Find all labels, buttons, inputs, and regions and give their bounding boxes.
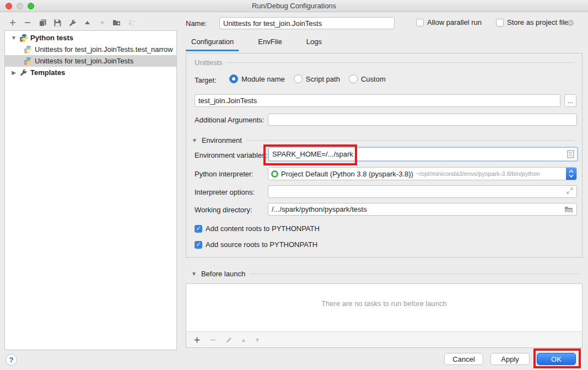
tree-item-python-tests[interactable]: ▼ Python tests	[5, 32, 176, 44]
configurations-toolbar: az	[8, 18, 136, 27]
additional-arguments-input[interactable]	[268, 114, 577, 126]
before-launch-section-header[interactable]: ▼ Before launch	[191, 270, 580, 278]
tab-configuration[interactable]: Configuration	[191, 37, 234, 46]
browse-ellipsis-label: ...	[568, 97, 573, 105]
python-test-icon	[24, 57, 33, 66]
chevron-down-icon[interactable]: ▼	[192, 137, 197, 143]
radio-selected-icon[interactable]	[229, 74, 238, 83]
configuration-tabs: Configuration EnvFile Logs	[191, 37, 322, 46]
move-down-icon	[98, 18, 106, 27]
radio-custom-label: Custom	[361, 75, 386, 83]
radio-custom[interactable]: Custom	[349, 74, 386, 83]
zoom-window-button[interactable]	[28, 3, 34, 9]
section-divider	[227, 62, 575, 63]
add-source-roots-checkbox[interactable]: ✓ Add source roots to PYTHONPATH	[195, 240, 317, 249]
combo-stepper-icon[interactable]	[566, 167, 576, 180]
move-up-icon[interactable]	[83, 18, 91, 27]
sort-configurations-icon: az	[127, 18, 136, 27]
checkbox-checked-icon[interactable]: ✓	[195, 225, 202, 233]
interpreter-options-field	[268, 185, 577, 198]
add-content-roots-label: Add content roots to PYTHONPATH	[206, 224, 320, 233]
close-window-button[interactable]	[6, 3, 12, 9]
python-interpreter-select[interactable]: Project Default (Python 3.8 (pyspark-3.8…	[268, 167, 577, 180]
svg-text:a: a	[132, 19, 134, 23]
cancel-button-label: Cancel	[452, 355, 474, 363]
tree-item-templates[interactable]: ▶ Templates	[5, 67, 176, 78]
working-directory-input[interactable]	[268, 203, 564, 215]
name-label: Name:	[186, 19, 207, 28]
name-input[interactable]	[219, 17, 395, 29]
python-interpreter-value: Project Default (Python 3.8 (pyspark-3.8…	[281, 170, 413, 178]
unittests-section-header: Unittests	[195, 58, 575, 67]
tab-envfile[interactable]: EnvFile	[258, 37, 282, 46]
environment-variables-input[interactable]	[269, 148, 567, 160]
interpreter-options-input[interactable]	[268, 186, 567, 197]
python-interpreter-label: Python interpreter:	[195, 170, 253, 178]
environment-variables-field	[268, 147, 578, 162]
radio-module-name[interactable]: Module name	[229, 74, 285, 83]
checkbox-unchecked-icon[interactable]	[496, 19, 504, 26]
conda-environment-icon	[271, 170, 278, 178]
svg-text:z: z	[132, 23, 134, 26]
copy-configuration-icon[interactable]	[38, 18, 47, 27]
target-radio-group: Module name Script path Custom	[229, 74, 386, 83]
ok-button-label: OK	[551, 355, 562, 363]
checkbox-checked-icon[interactable]: ✓	[195, 241, 202, 249]
working-directory-field	[268, 203, 577, 216]
minimize-window-button	[17, 3, 23, 9]
target-module-input[interactable]	[195, 94, 560, 107]
cancel-button[interactable]: Cancel	[444, 353, 483, 365]
expand-field-icon[interactable]	[567, 187, 573, 196]
configurations-tree: ▼ Python tests Unittests for test_join.J…	[4, 30, 177, 350]
interpreter-options-label: Interpreter options:	[195, 188, 255, 196]
move-task-up-icon: ▲	[241, 337, 246, 343]
run-debug-configurations-dialog: { "window": { "title": "Run/Debug Config…	[0, 0, 588, 370]
allow-parallel-run-checkbox[interactable]: Allow parallel run	[416, 18, 482, 26]
apply-button[interactable]: Apply	[490, 353, 530, 365]
tree-item-label: Templates	[30, 68, 66, 77]
python-tests-icon	[19, 34, 28, 42]
tree-item-unittests-jointests-selected[interactable]: Unittests for test_join.JoinTests	[5, 55, 176, 67]
radio-unselected-icon[interactable]	[349, 74, 358, 83]
environment-variables-label: Environment variables:	[195, 151, 267, 159]
remove-icon[interactable]	[23, 18, 32, 27]
radio-script-path-label: Script path	[306, 75, 340, 83]
chevron-right-icon[interactable]: ▶	[10, 69, 17, 76]
radio-module-name-label: Module name	[241, 75, 285, 83]
tab-logs[interactable]: Logs	[306, 37, 322, 46]
configuration-editor: Name: Allow parallel run Store as projec…	[186, 0, 582, 370]
before-launch-tasks-panel: There are no tasks to run before launch …	[186, 283, 582, 348]
add-task-icon[interactable]	[193, 336, 201, 344]
settings-gear-icon[interactable]	[567, 19, 575, 27]
remove-task-icon	[209, 336, 217, 344]
store-as-project-file-checkbox[interactable]: Store as project file	[496, 18, 568, 26]
new-folder-icon[interactable]	[112, 18, 121, 27]
browse-folder-icon[interactable]	[564, 206, 573, 213]
traffic-lights	[6, 3, 34, 9]
chevron-down-icon[interactable]: ▼	[191, 271, 197, 277]
environment-section-header[interactable]: ▼ Environment	[192, 136, 575, 144]
unittests-section-label: Unittests	[195, 58, 223, 67]
working-directory-label: Working directory:	[195, 206, 252, 214]
browse-variables-icon[interactable]	[567, 150, 574, 158]
chevron-down-icon[interactable]: ▼	[10, 35, 17, 41]
tree-item-label: Unittests for test_join.JoinTests.test_n…	[35, 45, 174, 53]
environment-section-label: Environment	[202, 136, 242, 144]
edit-templates-icon[interactable]	[68, 18, 77, 27]
section-divider	[246, 140, 575, 141]
radio-script-path[interactable]: Script path	[294, 74, 340, 83]
section-divider	[250, 274, 580, 274]
radio-unselected-icon[interactable]	[294, 74, 303, 83]
help-button[interactable]: ?	[6, 354, 17, 366]
ok-button[interactable]: OK	[537, 353, 576, 365]
before-launch-empty-text: There are no tasks to run before launch	[186, 284, 582, 331]
checkbox-unchecked-icon[interactable]	[416, 19, 424, 26]
configuration-panel: Unittests Target: Module name Script pat…	[186, 53, 582, 258]
python-test-icon	[24, 45, 33, 54]
add-content-roots-checkbox[interactable]: ✓ Add content roots to PYTHONPATH	[195, 224, 320, 233]
save-configuration-icon[interactable]	[53, 18, 62, 27]
browse-target-button[interactable]: ...	[564, 94, 576, 107]
tree-item-unittests-test-narrow[interactable]: Unittests for test_join.JoinTests.test_n…	[5, 44, 176, 55]
add-icon[interactable]	[8, 18, 17, 27]
edit-task-icon	[225, 336, 233, 344]
